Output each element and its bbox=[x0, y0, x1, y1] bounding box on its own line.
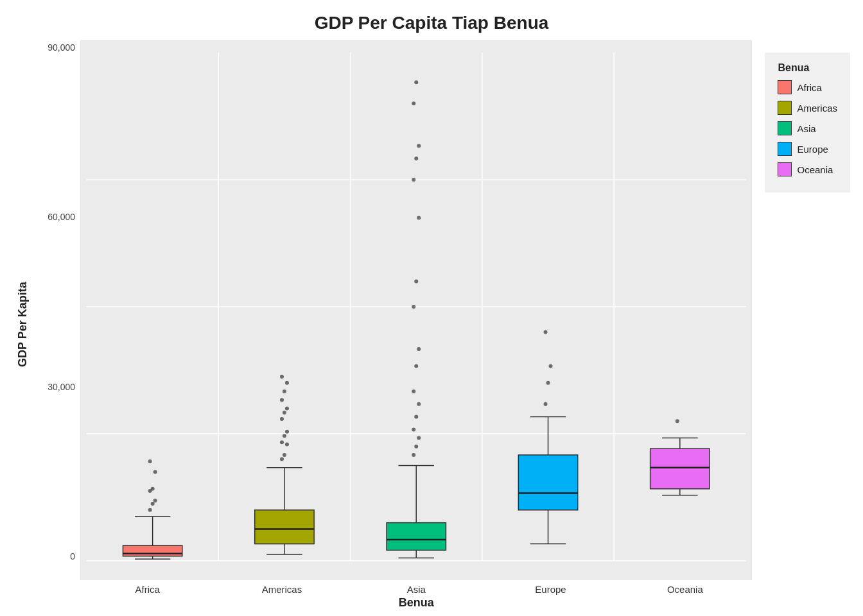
svg-rect-63 bbox=[518, 455, 577, 510]
svg-point-52 bbox=[412, 305, 415, 309]
chart-container: GDP Per Capita Tiap Benua GDP Per Kapita… bbox=[0, 0, 863, 616]
svg-point-32 bbox=[283, 411, 286, 415]
svg-point-35 bbox=[283, 389, 286, 393]
svg-point-56 bbox=[414, 157, 418, 160]
legend-item-asia: Asia bbox=[778, 121, 837, 135]
legend-item-americas: Americas bbox=[778, 101, 837, 115]
x-label-oceania: Oceania bbox=[618, 580, 752, 595]
svg-point-31 bbox=[280, 417, 284, 421]
svg-point-49 bbox=[412, 389, 415, 393]
svg-point-44 bbox=[414, 445, 418, 449]
svg-point-53 bbox=[414, 279, 418, 283]
legend-color-americas bbox=[778, 101, 792, 115]
svg-point-46 bbox=[412, 427, 415, 431]
x-label-americas: Americas bbox=[214, 580, 349, 595]
y-tick-0: 0 bbox=[70, 552, 75, 561]
plot-area-row: 030,00060,00090,000 bbox=[35, 40, 752, 580]
svg-point-57 bbox=[417, 144, 421, 148]
chart-title: GDP Per Capita Tiap Benua bbox=[315, 13, 549, 33]
svg-point-26 bbox=[283, 453, 286, 457]
chart-body: GDP Per Kapita 030,00060,00090,000 Afric… bbox=[13, 40, 850, 610]
svg-point-66 bbox=[546, 381, 550, 385]
svg-point-43 bbox=[412, 453, 415, 457]
svg-point-14 bbox=[151, 502, 155, 506]
svg-point-48 bbox=[417, 402, 421, 406]
svg-point-28 bbox=[280, 440, 284, 444]
svg-point-18 bbox=[153, 470, 157, 474]
svg-point-34 bbox=[280, 398, 284, 402]
y-tick-30000: 30,000 bbox=[48, 382, 75, 391]
svg-point-50 bbox=[414, 364, 418, 368]
legend-label-africa: Africa bbox=[797, 82, 821, 93]
y-tick-60000: 60,000 bbox=[48, 212, 75, 221]
svg-point-58 bbox=[412, 101, 415, 105]
x-axis-title: Benua bbox=[80, 596, 752, 610]
x-label-europe: Europe bbox=[484, 580, 618, 595]
svg-point-15 bbox=[153, 499, 157, 502]
svg-rect-41 bbox=[387, 523, 446, 551]
svg-point-59 bbox=[414, 80, 418, 84]
svg-point-65 bbox=[544, 402, 548, 406]
legend-item-europe: Europe bbox=[778, 142, 837, 156]
legend-label-asia: Asia bbox=[797, 123, 815, 134]
legend: Benua AfricaAmericasAsiaEuropeOceania bbox=[765, 53, 850, 193]
svg-rect-72 bbox=[650, 449, 710, 489]
legend-item-africa: Africa bbox=[778, 80, 837, 94]
svg-point-17 bbox=[151, 487, 155, 491]
svg-point-25 bbox=[280, 458, 284, 461]
svg-rect-11 bbox=[123, 545, 182, 556]
y-tick-90000: 90,000 bbox=[48, 43, 75, 52]
svg-point-36 bbox=[285, 381, 289, 385]
svg-point-67 bbox=[549, 364, 553, 368]
x-label-asia: Asia bbox=[349, 580, 484, 595]
svg-point-45 bbox=[417, 436, 421, 440]
x-label-africa: Africa bbox=[80, 580, 214, 595]
svg-point-30 bbox=[285, 430, 289, 434]
svg-point-19 bbox=[148, 459, 152, 463]
chart-main: 030,00060,00090,000 AfricaAmericasAsiaEu… bbox=[35, 40, 752, 610]
y-ticks: 030,00060,00090,000 bbox=[35, 40, 80, 580]
legend-color-oceania bbox=[778, 162, 792, 176]
svg-point-47 bbox=[414, 415, 418, 419]
svg-point-29 bbox=[283, 434, 286, 438]
legend-color-europe bbox=[778, 142, 792, 156]
legend-label-europe: Europe bbox=[797, 144, 828, 155]
plot-svg bbox=[80, 40, 752, 580]
legend-item-oceania: Oceania bbox=[778, 162, 837, 176]
legend-color-africa bbox=[778, 80, 792, 94]
x-axis-labels: AfricaAmericasAsiaEuropeOceania bbox=[80, 580, 752, 595]
svg-point-27 bbox=[285, 443, 289, 447]
svg-point-51 bbox=[417, 347, 421, 351]
legend-color-asia bbox=[778, 121, 792, 135]
legend-label-oceania: Oceania bbox=[797, 164, 833, 175]
legend-title: Benua bbox=[778, 62, 837, 74]
svg-point-68 bbox=[544, 330, 548, 334]
svg-point-54 bbox=[417, 216, 421, 219]
legend-items: AfricaAmericasAsiaEuropeOceania bbox=[778, 80, 837, 183]
svg-point-13 bbox=[148, 508, 152, 512]
plot-area bbox=[80, 40, 752, 580]
svg-point-37 bbox=[280, 375, 284, 379]
y-axis-label: GDP Per Kapita bbox=[13, 40, 32, 610]
svg-point-33 bbox=[285, 406, 289, 410]
svg-rect-23 bbox=[255, 510, 314, 544]
svg-point-74 bbox=[676, 419, 679, 423]
legend-label-americas: Americas bbox=[797, 103, 837, 114]
svg-point-55 bbox=[412, 178, 415, 182]
